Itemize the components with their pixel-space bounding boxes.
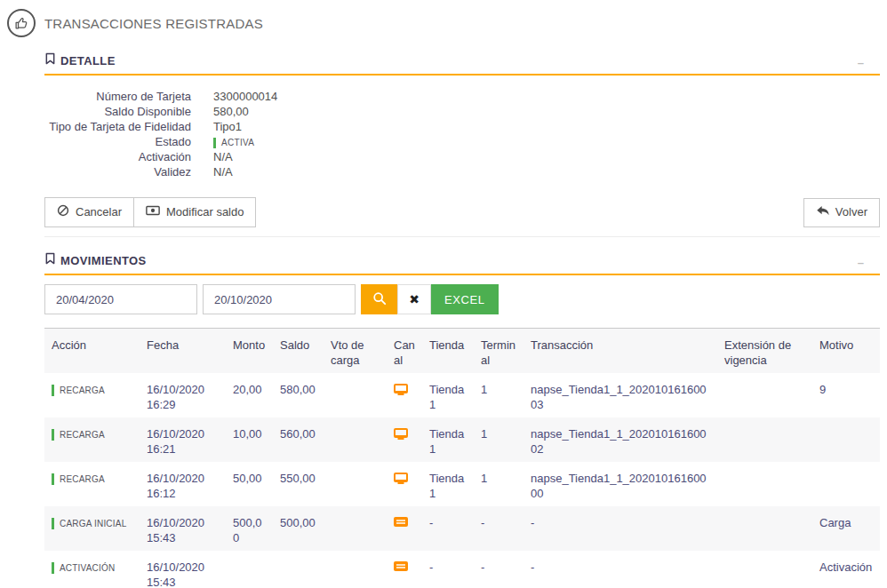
detail-field-validez: Validez N/A — [44, 164, 880, 179]
field-value: 580,00 — [213, 104, 249, 119]
cell-fecha: 16/10/2020 16:29 — [140, 373, 226, 417]
table-row: CARGA INICIAL 16/10/2020 15:43 500,00 50… — [44, 506, 880, 551]
detail-field-saldo-disponible: Saldo Disponible 580,00 — [44, 104, 880, 119]
cell-saldo: 550,00 — [273, 462, 324, 506]
cell-vto-de-carga — [324, 417, 387, 462]
action-label: ACTIVACIÓN — [52, 562, 115, 574]
cell-extension — [717, 373, 812, 417]
field-label: Estado — [44, 134, 191, 149]
detalle-section: DETALLE – Número de Tarjeta 3300000014 S… — [44, 52, 880, 237]
cell-vto-de-carga — [324, 506, 387, 551]
detail-field-numero-de-tarjeta: Número de Tarjeta 3300000014 — [44, 89, 880, 104]
detail-field-activacion: Activación N/A — [44, 149, 880, 164]
cell-terminal: - — [474, 551, 523, 588]
date-from-input[interactable] — [44, 284, 197, 314]
cell-transaccion: napse_Tienda1_1_20201016160000 — [523, 462, 717, 506]
field-label: Saldo Disponible — [44, 104, 191, 119]
column-header-canal: Canal — [387, 329, 422, 374]
cell-monto — [226, 551, 273, 588]
action-label: RECARGA — [52, 385, 105, 396]
channel-icon — [394, 428, 408, 438]
action-label: RECARGA — [52, 429, 105, 441]
column-header-monto: Monto — [226, 329, 273, 374]
cell-saldo: 560,00 — [273, 417, 324, 462]
field-label: Número de Tarjeta — [44, 89, 191, 104]
field-value: N/A — [213, 164, 233, 179]
table-row: ACTIVACIÓN 16/10/2020 15:43 - - - Activa… — [44, 551, 880, 588]
action-label: CARGA INICIAL — [52, 518, 126, 529]
column-header-vto-de-carga: Vto de carga — [324, 329, 387, 374]
cell-fecha: 16/10/2020 15:43 — [140, 506, 226, 551]
collapse-movimientos-button[interactable]: – — [858, 257, 880, 268]
bookmark-icon — [44, 252, 56, 268]
cell-transaccion: napse_Tienda1_1_20201016160002 — [523, 417, 717, 462]
channel-icon — [394, 561, 408, 571]
table-row: RECARGA 16/10/2020 16:21 10,00 560,00 Ti… — [44, 417, 880, 462]
search-button[interactable] — [361, 284, 397, 314]
cell-terminal: 1 — [474, 417, 523, 462]
cell-terminal: - — [474, 506, 523, 551]
cell-motivo — [812, 417, 880, 462]
movements-table: Acción Fecha Monto Saldo Vto de carga Ca… — [44, 328, 880, 588]
cell-vto-de-carga — [324, 551, 387, 588]
cell-extension — [717, 462, 812, 506]
back-button-label: Volver — [835, 205, 867, 219]
field-label: Validez — [44, 164, 191, 179]
cell-tienda: - — [422, 506, 474, 551]
cancel-icon — [57, 204, 69, 220]
cell-extension — [717, 417, 812, 462]
bookmark-icon — [44, 52, 56, 68]
column-header-saldo: Saldo — [273, 329, 324, 374]
cancel-button-label: Cancelar — [76, 205, 122, 219]
column-header-extension-de-vigencia: Extensión de vigencia — [717, 329, 812, 374]
field-value: 3300000014 — [213, 89, 277, 104]
status-badge: ACTIVA — [213, 138, 254, 148]
date-to-input[interactable] — [203, 284, 356, 314]
back-arrow-icon — [816, 205, 829, 220]
cell-monto: 50,00 — [226, 462, 273, 506]
action-label: RECARGA — [52, 473, 105, 485]
action-button-group: Cancelar Modificar saldo — [44, 197, 256, 227]
column-header-terminal: Terminal — [474, 329, 523, 374]
cell-tienda: Tienda1 — [422, 462, 474, 506]
cell-saldo: 580,00 — [273, 373, 324, 417]
cell-fecha: 16/10/2020 15:43 — [140, 551, 226, 588]
cell-fecha: 16/10/2020 16:12 — [140, 462, 226, 506]
column-header-motivo: Motivo — [812, 329, 880, 374]
movimientos-filters: ✖ EXCEL — [44, 284, 880, 314]
cell-transaccion: - — [523, 551, 717, 588]
excel-button[interactable]: EXCEL — [431, 284, 499, 314]
money-icon — [146, 205, 160, 219]
page-header: TRANSACCIONES REGISTRADAS — [0, 0, 887, 37]
movimientos-section: MOVIMIENTOS – ✖ EXCEL — [44, 252, 880, 588]
detail-field-estado: Estado ACTIVA — [44, 134, 880, 149]
cell-tienda: - — [422, 551, 474, 588]
cell-motivo: Activación — [812, 551, 880, 588]
column-header-accion: Acción — [44, 329, 140, 374]
channel-icon — [394, 473, 408, 482]
movimientos-header: MOVIMIENTOS – — [44, 252, 880, 268]
cell-extension — [717, 551, 812, 588]
back-button[interactable]: Volver — [803, 198, 880, 227]
cell-tienda: Tienda1 — [422, 417, 474, 462]
modify-balance-button[interactable]: Modificar saldo — [133, 197, 256, 227]
clear-filter-button[interactable]: ✖ — [397, 284, 431, 314]
channel-icon — [394, 517, 408, 527]
cell-motivo — [812, 462, 880, 506]
section-title-movimientos: MOVIMIENTOS — [60, 254, 147, 267]
cell-terminal: 1 — [474, 373, 523, 417]
detalle-header: DETALLE – — [44, 52, 880, 68]
cell-extension — [717, 506, 812, 551]
cell-saldo: 500,00 — [273, 506, 324, 551]
cell-motivo: 9 — [812, 373, 880, 417]
cell-monto: 500,00 — [226, 506, 273, 551]
cell-monto: 20,00 — [226, 373, 273, 417]
channel-icon — [394, 384, 408, 393]
column-header-fecha: Fecha — [140, 329, 226, 374]
cancel-button[interactable]: Cancelar — [44, 197, 134, 227]
search-icon — [372, 291, 387, 308]
field-label: Tipo de Tarjeta de Fidelidad — [44, 119, 191, 134]
cell-saldo — [273, 551, 324, 588]
page-title: TRANSACCIONES REGISTRADAS — [44, 16, 263, 31]
collapse-detalle-button[interactable]: – — [858, 57, 880, 68]
